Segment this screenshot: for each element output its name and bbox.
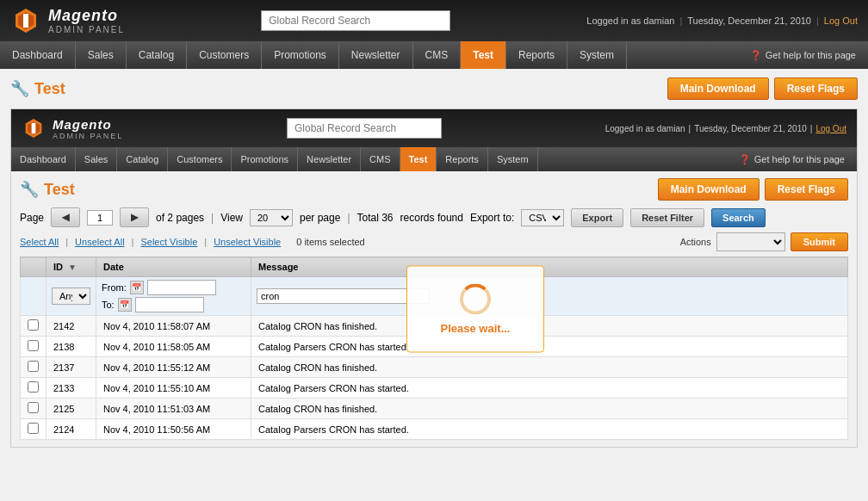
logo-text: Magento Admin Panel: [48, 7, 125, 34]
select-all-link[interactable]: Select All: [20, 237, 59, 247]
items-selected-text: 0 items selected: [296, 237, 364, 247]
inner-sep1: |: [689, 124, 691, 133]
inner-header: Magento Admin Panel Logged in as damian …: [11, 109, 857, 147]
top-header: Magento Admin Panel Logged in as damian …: [0, 0, 868, 41]
inner-help-link[interactable]: ❓ Get help for this page: [727, 147, 857, 171]
row-date: Nov 4, 2010 11:55:10 AM: [96, 378, 251, 399]
nav-item-cms[interactable]: CMS: [413, 41, 462, 69]
message-filter-input[interactable]: [257, 288, 429, 304]
table-row: 2133 Nov 4, 2010 11:55:10 AM Catalog Par…: [21, 378, 848, 399]
inner-nav-catalog[interactable]: Catalog: [117, 147, 168, 171]
per-page-select[interactable]: 20 50 100: [250, 209, 293, 226]
inner-sep2: |: [810, 124, 813, 133]
inner-title-text: Test: [44, 181, 75, 199]
inner-logo-admin: Admin Panel: [53, 132, 123, 140]
type-filter-select[interactable]: Any: [52, 288, 90, 305]
outer-btn-group: Main Download Reset Flags: [667, 77, 858, 100]
view-label: View: [220, 212, 243, 224]
page-content: 🔧 Test Main Download Reset Flags Magento…: [0, 69, 868, 465]
filter-date-cell: From: 📅 To: 📅: [96, 277, 251, 316]
per-page-label: per page: [300, 212, 340, 224]
loading-spinner: [460, 284, 491, 315]
inner-nav-newsletter[interactable]: Newsletter: [298, 147, 361, 171]
help-text: Get help for this page: [766, 50, 856, 60]
nav-item-newsletter[interactable]: Newsletter: [339, 41, 413, 69]
inner-magento-logo-icon: [22, 116, 46, 140]
nav-item-dashboard[interactable]: Dashboard: [0, 41, 76, 69]
row-id: 2142: [46, 316, 96, 337]
inner-nav-test[interactable]: Test: [400, 147, 437, 171]
inner-nav-promotions[interactable]: Promotions: [232, 147, 298, 171]
row-date: Nov 4, 2010 11:58:07 AM: [96, 316, 251, 337]
row-id: 2133: [46, 378, 96, 399]
nav-item-reports[interactable]: Reports: [506, 41, 567, 69]
date-filter-from-to: From: 📅 To: 📅: [102, 280, 245, 312]
inner-main-download-button[interactable]: Main Download: [658, 178, 760, 201]
row-checkbox[interactable]: [28, 381, 39, 393]
inner-nav-sales[interactable]: Sales: [76, 147, 118, 171]
export-button[interactable]: Export: [571, 208, 623, 227]
inner-nav-dashboard[interactable]: Dashboard: [11, 147, 76, 171]
row-checkbox[interactable]: [28, 340, 39, 351]
row-checkbox[interactable]: [28, 423, 39, 434]
inner-logout-link[interactable]: Log Out: [815, 124, 846, 133]
loading-overlay: Please wait...: [406, 266, 544, 353]
filter-bar: Page ◀ ▶ of 2 pages | View 20 50 100 per…: [20, 207, 848, 227]
logout-link[interactable]: Log Out: [824, 15, 858, 26]
inner-logo-area: Magento Admin Panel: [22, 116, 123, 140]
loading-text: Please wait...: [441, 322, 511, 335]
row-checkbox-cell: [21, 378, 46, 399]
th-message[interactable]: Message: [251, 257, 848, 277]
nav-item-promotions[interactable]: Promotions: [262, 41, 339, 69]
submit-button[interactable]: Submit: [790, 232, 848, 251]
search-input[interactable]: [261, 10, 450, 31]
select-visible-link[interactable]: Select Visible: [140, 237, 197, 247]
nav-item-system[interactable]: System: [567, 41, 627, 69]
from-calendar-icon[interactable]: 📅: [130, 281, 144, 294]
row-checkbox[interactable]: [28, 319, 39, 331]
to-calendar-icon[interactable]: 📅: [118, 298, 132, 312]
unselect-all-link[interactable]: Unselect All: [75, 237, 124, 247]
page-title-text: Test: [34, 80, 65, 98]
inner-reset-flags-button[interactable]: Reset Flags: [765, 178, 848, 201]
page-number-input[interactable]: [87, 210, 113, 226]
date-text: Tuesday, December 21, 2010: [687, 15, 811, 26]
nav-item-catalog[interactable]: Catalog: [127, 41, 187, 69]
to-date-input[interactable]: [135, 297, 204, 312]
export-format-select[interactable]: CSV XML: [521, 209, 564, 226]
separator2: |: [816, 15, 819, 26]
inner-panel: Magento Admin Panel Logged in as damian …: [10, 108, 858, 448]
th-date[interactable]: Date: [96, 257, 251, 277]
row-checkbox[interactable]: [28, 361, 39, 372]
reset-filter-button[interactable]: Reset Filter: [630, 208, 704, 227]
sel-sep1: |: [65, 237, 68, 247]
prev-page-button[interactable]: ◀: [51, 207, 80, 227]
inner-nav-reports[interactable]: Reports: [437, 147, 488, 171]
from-date-input[interactable]: [147, 280, 216, 295]
row-checkbox[interactable]: [28, 402, 39, 413]
table-row: 2137 Nov 4, 2010 11:55:12 AM Catalog CRO…: [21, 357, 848, 378]
unselect-visible-link[interactable]: Unselect Visible: [214, 237, 281, 247]
main-download-button[interactable]: Main Download: [667, 77, 769, 100]
actions-select[interactable]: [716, 232, 785, 251]
export-to-label: Export to:: [470, 212, 514, 224]
inner-nav: Dashboard Sales Catalog Customers Promot…: [11, 147, 857, 171]
reset-flags-button[interactable]: Reset Flags: [774, 77, 858, 100]
row-date: Nov 4, 2010 11:58:05 AM: [96, 337, 251, 357]
inner-logo-magento: Magento: [53, 117, 123, 132]
search-button[interactable]: Search: [711, 208, 766, 227]
title-icon: 🔧: [10, 79, 29, 98]
nav-item-customers[interactable]: Customers: [187, 41, 262, 69]
nav-item-sales[interactable]: Sales: [76, 41, 127, 69]
nav-item-test[interactable]: Test: [461, 41, 506, 69]
inner-nav-customers[interactable]: Customers: [168, 147, 232, 171]
inner-nav-system[interactable]: System: [488, 147, 538, 171]
inner-search-input[interactable]: [287, 118, 442, 139]
help-link[interactable]: ❓ Get help for this page: [738, 41, 868, 69]
row-checkbox-cell: [21, 337, 46, 357]
search-area: [125, 10, 586, 31]
next-page-button[interactable]: ▶: [120, 207, 149, 227]
th-id[interactable]: ID ▼: [46, 257, 96, 277]
inner-nav-cms[interactable]: CMS: [361, 147, 400, 171]
row-date: Nov 4, 2010 11:51:03 AM: [96, 399, 251, 419]
